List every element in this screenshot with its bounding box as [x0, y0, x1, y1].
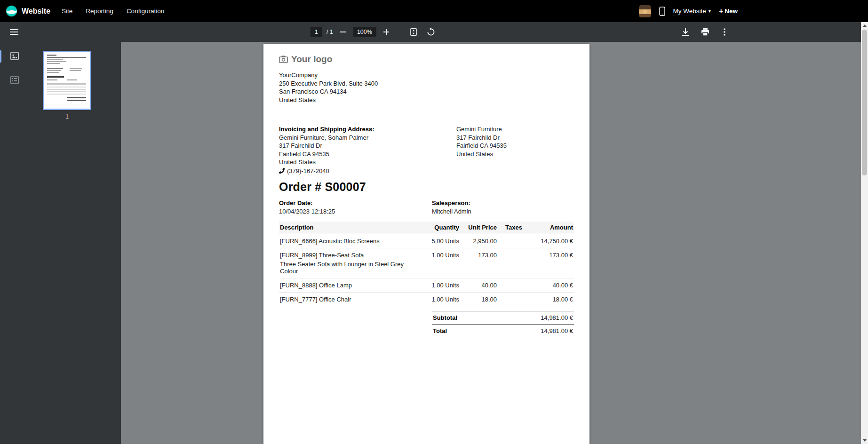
shipping-address-line: Gemini Furniture — [456, 125, 507, 134]
cell-description: [FURN_8888] Office Lamp — [279, 278, 419, 293]
zoom-level-badge: 100% — [353, 27, 376, 37]
shipping-address-line: 317 Fairchild Dr — [456, 134, 507, 142]
cell-amount: 14,750.00 € — [527, 234, 574, 248]
col-quantity: Quantity — [419, 222, 460, 234]
col-description: Description — [279, 222, 419, 234]
scrollbar-thumb[interactable] — [862, 30, 867, 175]
page-thumbnail-preview — [44, 52, 90, 109]
cell-taxes — [498, 278, 527, 293]
minus-icon — [339, 28, 347, 36]
pdf-content-area: Your logo YourCompany 250 Executive Park… — [121, 42, 861, 444]
pdf-sidebar: 1 — [0, 42, 121, 444]
invoicing-address-block: Invoicing and Shipping Address: Gemini F… — [279, 125, 456, 175]
zoom-in-button[interactable] — [381, 26, 392, 38]
more-options-button[interactable] — [718, 25, 731, 39]
cell-amount: 40.00 € — [527, 278, 574, 293]
company-address-line: 250 Executive Park Blvd, Suite 3400 — [279, 79, 574, 88]
cell-quantity: 5.00 Units — [419, 234, 460, 248]
page-number-input[interactable] — [311, 27, 322, 37]
salesperson-value: Mitchell Admin — [432, 207, 471, 216]
company-address-block: YourCompany 250 Executive Park Blvd, Sui… — [279, 71, 574, 104]
thumbnails-icon — [10, 51, 19, 61]
table-row: [FURN_6666] Acoustic Bloc Screens 5.00 U… — [279, 234, 574, 248]
camera-icon — [279, 56, 288, 63]
total-value: 14,981.00 € — [541, 327, 573, 334]
cell-unit-price: 2,950.00 — [460, 234, 498, 248]
company-address-line: United States — [279, 96, 574, 104]
plus-icon — [382, 28, 390, 36]
table-row: [FURN_8999] Three-Seat Sofa Three Seater… — [279, 248, 574, 278]
thumbnails-view-button[interactable] — [8, 49, 21, 63]
order-date-value: 10/04/2023 12:18:25 — [279, 207, 432, 216]
cell-amount: 18.00 € — [527, 293, 574, 307]
up-arrow-icon — [863, 24, 867, 27]
shipping-address-line: United States — [456, 150, 507, 159]
scroll-up-arrow[interactable] — [861, 22, 868, 29]
cell-taxes — [498, 248, 527, 278]
col-taxes: Taxes — [498, 222, 527, 234]
download-button[interactable] — [679, 25, 692, 39]
document-outline-icon — [10, 75, 19, 85]
cell-taxes — [498, 234, 527, 248]
website-switcher-label: My Website — [673, 8, 706, 15]
addresses-section: Invoicing and Shipping Address: Gemini F… — [279, 125, 574, 175]
new-button-label: New — [725, 8, 738, 15]
invoicing-address-line: Gemini Furniture, Soham Palmer — [279, 134, 456, 142]
scroll-down-arrow[interactable] — [861, 437, 868, 444]
rotate-button[interactable] — [424, 25, 438, 39]
down-arrow-icon — [863, 439, 867, 442]
menu-configuration[interactable]: Configuration — [120, 0, 171, 22]
invoicing-address-line: United States — [279, 158, 456, 166]
vertical-scrollbar[interactable] — [861, 22, 868, 444]
invoicing-address-line: 317 Fairchild Dr — [279, 142, 456, 150]
cell-quantity: 1.00 Units — [419, 248, 460, 278]
cell-description-main: [FURN_8999] Three-Seat Sofa — [280, 252, 418, 259]
cell-taxes — [498, 293, 527, 307]
plus-icon: + — [719, 7, 723, 16]
page-thumbnail[interactable] — [43, 51, 91, 110]
top-navbar: Website Site Reporting Configuration My … — [0, 0, 868, 22]
sidebar-toggle-button[interactable] — [8, 25, 21, 39]
table-row: [FURN_7777] Office Chair 1.00 Units 18.0… — [279, 293, 574, 307]
cell-unit-price: 173.00 — [460, 248, 498, 278]
download-icon — [681, 27, 690, 37]
cell-description: [FURN_8999] Three-Seat Sofa Three Seater… — [279, 248, 419, 278]
invoicing-address-heading: Invoicing and Shipping Address: — [279, 125, 456, 134]
cell-quantity: 1.00 Units — [419, 293, 460, 307]
phone-row: (379)-167-2040 — [279, 167, 456, 175]
top-menu: Site Reporting Configuration — [55, 0, 171, 22]
cell-unit-price: 40.00 — [460, 278, 498, 293]
thumbnail-page-number: 1 — [43, 113, 91, 120]
menu-site[interactable]: Site — [55, 0, 79, 22]
menu-reporting[interactable]: Reporting — [79, 0, 120, 22]
print-icon — [701, 27, 710, 37]
new-content-button[interactable]: + New — [719, 7, 738, 16]
total-label: Total — [433, 327, 447, 334]
order-lines-table: Description Quantity Unit Price Taxes Am… — [279, 222, 574, 306]
fit-to-page-icon — [409, 27, 418, 37]
page-count-label: / 1 — [326, 29, 333, 35]
pdf-page-controls: / 1 100% — [311, 22, 438, 42]
hamburger-menu-icon — [9, 27, 19, 37]
invoice-document: Your logo YourCompany 250 Executive Park… — [263, 44, 589, 444]
cell-unit-price: 18.00 — [460, 293, 498, 307]
subtotal-label: Subtotal — [433, 314, 457, 321]
pdf-toolbar-right — [679, 22, 731, 42]
invoicing-address-line: Fairfield CA 94535 — [279, 150, 456, 159]
mobile-phone-icon — [659, 7, 665, 16]
mobile-preview-button[interactable] — [659, 7, 665, 16]
order-title: Order # S00007 — [279, 180, 574, 194]
subtotal-row: Subtotal 14,981.00 € — [432, 311, 574, 324]
active-view-indicator — [0, 50, 1, 63]
cell-description: [FURN_6666] Acoustic Bloc Screens — [279, 234, 419, 248]
company-address-line: San Francisco CA 94134 — [279, 87, 574, 96]
cell-quantity: 1.00 Units — [419, 278, 460, 293]
user-avatar[interactable] — [639, 5, 651, 17]
print-button[interactable] — [699, 25, 712, 39]
fit-to-page-button[interactable] — [407, 25, 420, 39]
website-switcher-dropdown[interactable]: My Website ▾ — [673, 8, 711, 15]
outline-view-button[interactable] — [8, 73, 21, 87]
zoom-out-button[interactable] — [337, 26, 349, 38]
app-switcher[interactable]: Website — [0, 5, 55, 17]
cell-description: [FURN_7777] Office Chair — [279, 293, 419, 307]
